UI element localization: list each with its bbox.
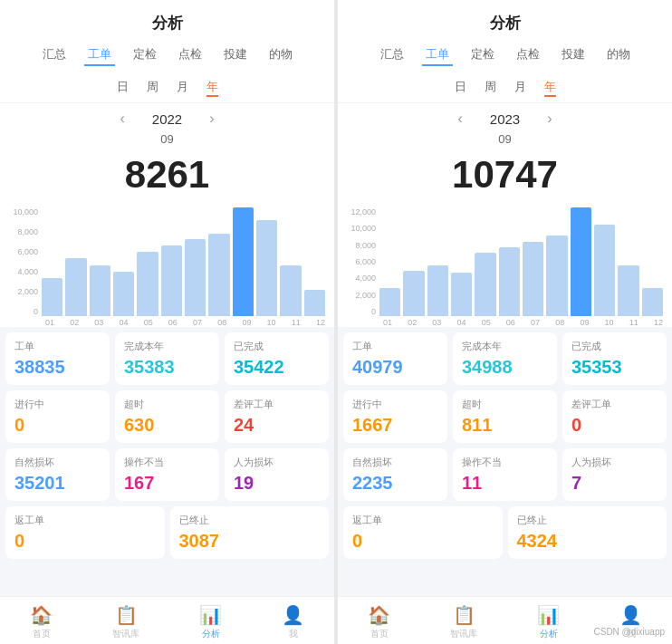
right-period-tab-年[interactable]: 年 xyxy=(544,79,556,97)
right-y-axis: 12,00010,0008,0006,0004,0002,0000 xyxy=(347,207,379,316)
right-bar-10 xyxy=(594,225,615,316)
right-bar-4 xyxy=(451,273,472,316)
right-y-label: 8,000 xyxy=(347,241,376,250)
left-x-label: 01 xyxy=(45,318,54,327)
right-stat-value-完成本年: 34988 xyxy=(462,357,548,378)
left-bar-12 xyxy=(304,290,325,316)
right-nav-label-智讯库: 智讯库 xyxy=(450,628,477,640)
right-prev-arrow[interactable]: ‹ xyxy=(457,111,462,127)
left-bar-6 xyxy=(161,245,182,316)
right-stat-完成本年: 完成本年34988 xyxy=(453,332,557,385)
right-nav-tab-的物[interactable]: 的物 xyxy=(603,44,634,66)
left-x-label: 02 xyxy=(70,318,79,327)
left-next-arrow[interactable]: › xyxy=(209,111,214,127)
right-chart-wrapper: 12,00010,0008,0006,0004,0002,0000 010203… xyxy=(338,200,672,327)
right-stat-bottom-value-返工单: 0 xyxy=(352,531,494,552)
right-period-tab-日[interactable]: 日 xyxy=(455,79,466,97)
left-stat-value-工单: 38835 xyxy=(14,357,101,378)
left-nav-icon-首页: 🏠 xyxy=(30,604,53,626)
left-bar-9 xyxy=(233,207,254,316)
right-x-label: 02 xyxy=(408,318,417,327)
left-prev-arrow[interactable]: ‹ xyxy=(120,111,124,127)
left-nav-tab-的物[interactable]: 的物 xyxy=(265,44,296,66)
left-nav-tab-定检[interactable]: 定检 xyxy=(130,44,160,66)
left-nav-tab-点检[interactable]: 点检 xyxy=(175,44,206,66)
left-stat-value-人为损坏: 19 xyxy=(234,473,320,494)
right-stat-人为损坏: 人为损坏7 xyxy=(562,448,667,501)
left-nav-icon-智讯库: 📋 xyxy=(115,604,138,626)
left-period-tab-日[interactable]: 日 xyxy=(117,79,129,97)
left-stat-value-超时: 630 xyxy=(124,415,210,436)
right-nav-tab-投建[interactable]: 投建 xyxy=(558,44,589,66)
right-x-label: 06 xyxy=(506,318,515,327)
right-period-tabs: 日周月年 xyxy=(338,73,672,103)
right-bottom-nav-首页[interactable]: 🏠首页 xyxy=(368,604,390,640)
right-x-label: 11 xyxy=(629,318,638,327)
left-bar-4 xyxy=(113,272,134,316)
right-period-tab-周[interactable]: 周 xyxy=(485,79,496,97)
left-stat-bottom-label-返工单: 返工单 xyxy=(14,514,156,527)
left-stat-label-完成本年: 完成本年 xyxy=(124,340,210,353)
right-stat-value-已完成: 35353 xyxy=(571,357,658,378)
right-x-label: 05 xyxy=(482,318,491,327)
right-period-tab-月[interactable]: 月 xyxy=(514,79,526,97)
right-next-arrow[interactable]: › xyxy=(547,111,552,127)
left-stat-已完成: 已完成35422 xyxy=(225,332,329,385)
left-stat-操作不当: 操作不当167 xyxy=(115,448,219,501)
right-stat-bottom-label-已终止: 已终止 xyxy=(517,514,658,527)
right-nav-tab-点检[interactable]: 点检 xyxy=(513,44,543,66)
right-nav-tab-汇总[interactable]: 汇总 xyxy=(377,44,408,66)
left-x-label: 05 xyxy=(144,318,153,327)
right-chart-container: 12,00010,0008,0006,0004,0002,0000 xyxy=(347,207,663,316)
right-x-label: 01 xyxy=(383,318,392,327)
left-nav-tab-汇总[interactable]: 汇总 xyxy=(39,44,70,66)
right-x-label: 03 xyxy=(432,318,441,327)
left-bottom-nav-分析[interactable]: 📊分析 xyxy=(199,604,222,640)
left-y-label: 6,000 xyxy=(9,247,38,256)
right-big-number: 10747 xyxy=(338,148,672,200)
left-stat-自然损坏: 自然损坏35201 xyxy=(5,448,110,501)
left-stat-label-差评工单: 差评工单 xyxy=(234,398,320,411)
left-stat-人为损坏: 人为损坏19 xyxy=(225,448,329,501)
right-bar-8 xyxy=(546,235,567,316)
left-x-label: 10 xyxy=(267,318,276,327)
left-bottom-nav: 🏠首页📋智讯库📊分析👤我 xyxy=(0,596,334,644)
right-stat-label-差评工单: 差评工单 xyxy=(571,398,658,411)
left-nav-tab-工单[interactable]: 工单 xyxy=(84,44,115,66)
right-bar-2 xyxy=(403,271,424,316)
right-stat-value-自然损坏: 2235 xyxy=(352,473,438,494)
left-chart-bars xyxy=(42,207,325,316)
right-month: 09 xyxy=(338,130,672,148)
left-bottom-nav-我[interactable]: 👤我 xyxy=(282,604,304,640)
left-stat-bottom-value-返工单: 0 xyxy=(14,531,156,552)
right-stat-label-超时: 超时 xyxy=(462,398,548,411)
right-stats-grid: 工单40979完成本年34988已完成35353进行中1667超时811差评工单… xyxy=(338,327,672,506)
left-stat-label-人为损坏: 人为损坏 xyxy=(234,456,320,469)
right-x-label: 10 xyxy=(605,318,614,327)
left-stat-value-进行中: 0 xyxy=(14,415,101,436)
left-bottom-nav-首页[interactable]: 🏠首页 xyxy=(30,604,53,640)
right-stat-bottom-value-已终止: 4324 xyxy=(517,531,658,552)
right-stat-进行中: 进行中1667 xyxy=(343,390,447,443)
right-x-label: 07 xyxy=(531,318,540,327)
right-nav-tab-定检[interactable]: 定检 xyxy=(467,44,498,66)
left-stat-超时: 超时630 xyxy=(115,390,219,443)
left-nav-tab-投建[interactable]: 投建 xyxy=(220,44,251,66)
left-year: 2022 xyxy=(152,111,182,127)
right-nav-tab-工单[interactable]: 工单 xyxy=(422,44,453,66)
left-x-axis: 010203040506070809101112 xyxy=(9,316,325,327)
left-period-tab-周[interactable]: 周 xyxy=(147,79,158,97)
right-bottom-nav-分析[interactable]: 📊分析 xyxy=(537,604,560,640)
right-year: 2023 xyxy=(490,111,520,127)
right-bar-5 xyxy=(475,253,495,316)
right-bar-6 xyxy=(499,247,520,316)
left-bar-5 xyxy=(137,252,158,316)
left-stat-value-自然损坏: 35201 xyxy=(14,473,101,494)
right-bottom-nav-智讯库[interactable]: 📋智讯库 xyxy=(450,604,477,640)
left-bottom-nav-智讯库[interactable]: 📋智讯库 xyxy=(112,604,139,640)
left-stat-value-已完成: 35422 xyxy=(234,357,320,378)
left-y-label: 4,000 xyxy=(9,267,38,276)
right-y-label: 2,000 xyxy=(347,291,376,300)
left-period-tab-年[interactable]: 年 xyxy=(206,79,218,97)
left-period-tab-月[interactable]: 月 xyxy=(177,79,188,97)
